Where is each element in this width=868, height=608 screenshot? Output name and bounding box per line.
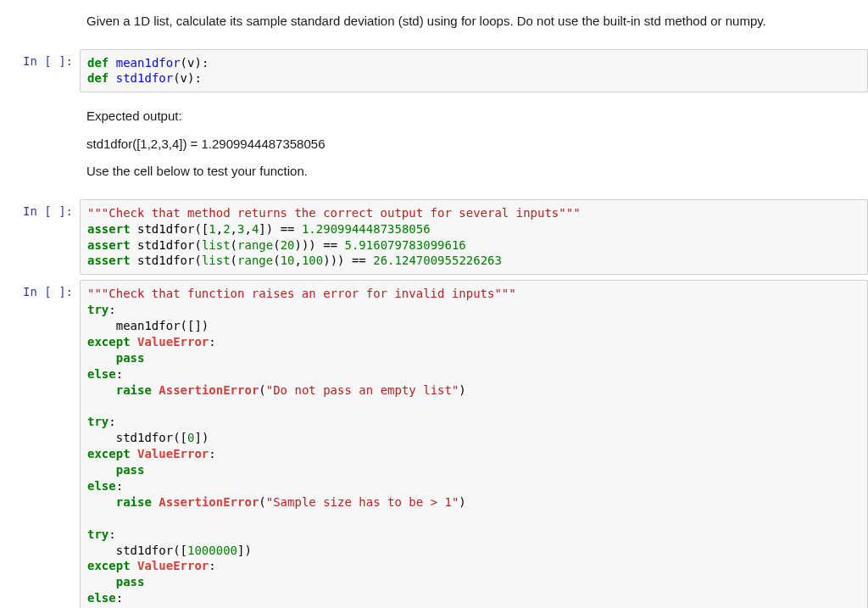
markdown-text: std1dfor([1,2,3,4]) = 1.2909944487358056 [86, 135, 861, 154]
markdown-text: Given a 1D list, calculate its sample st… [86, 12, 861, 31]
code-cell: In [ ]: """Check that method returns the… [0, 197, 868, 278]
code-input[interactable]: def mean1dfor(v): def std1dfor(v): [80, 49, 868, 93]
input-prompt: In [ ]: [0, 49, 80, 93]
markdown-cell[interactable]: Given a 1D list, calculate its sample st… [86, 0, 861, 47]
code-cell: In [ ]: def mean1dfor(v): def std1dfor(v… [0, 47, 868, 96]
markdown-cell[interactable]: Expected output: std1dfor([1,2,3,4]) = 1… [86, 95, 861, 197]
input-prompt: In [ ]: [0, 280, 80, 608]
markdown-text: Use the cell below to test your function… [86, 162, 861, 181]
notebook: Given a 1D list, calculate its sample st… [0, 0, 868, 608]
code-input[interactable]: """Check that function raises an error f… [80, 280, 868, 608]
code-input[interactable]: """Check that method returns the correct… [80, 199, 868, 276]
code-cell-selected: In [ ]: """Check that function raises an… [0, 277, 868, 608]
input-prompt: In [ ]: [0, 199, 80, 276]
markdown-text: Expected output: [86, 107, 861, 126]
